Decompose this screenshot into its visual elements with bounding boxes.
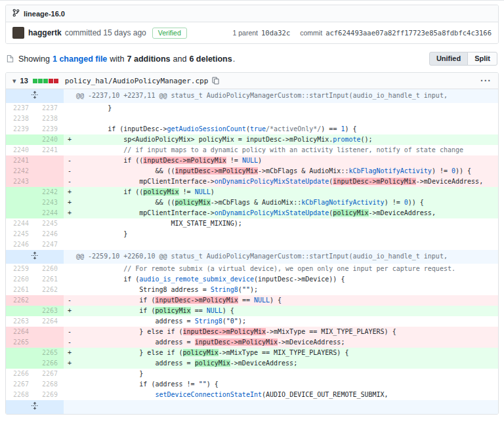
old-line-number[interactable]: 2262 bbox=[6, 295, 35, 306]
diff-line-row: 22402241 // if input maps to a dynamic p… bbox=[6, 145, 498, 155]
diff-marker: + bbox=[68, 197, 76, 208]
new-line-number[interactable] bbox=[35, 176, 64, 187]
code-line: - mpClientInterface->onDynamicPolicyMixS… bbox=[64, 176, 498, 187]
new-line-number[interactable]: 2245 bbox=[35, 218, 64, 229]
new-line-number[interactable]: 2268 bbox=[35, 379, 64, 390]
old-line-number[interactable]: 2261 bbox=[6, 285, 35, 295]
old-line-number[interactable] bbox=[6, 197, 35, 208]
diff-line-row: 22392239 if (inputDesc->getAudioSessionC… bbox=[6, 124, 498, 134]
old-line-number[interactable] bbox=[6, 306, 35, 316]
old-line-number[interactable]: 2263 bbox=[6, 316, 35, 327]
old-line-number[interactable]: 2240 bbox=[6, 145, 35, 155]
old-line-number[interactable] bbox=[6, 134, 35, 145]
commit-meta-row: haggertk committed 15 days ago Verified … bbox=[6, 22, 498, 43]
new-line-number[interactable]: 2260 bbox=[35, 264, 64, 274]
diff-line-row: 2265- address = inputDesc->mPolicyMix->m… bbox=[6, 337, 498, 348]
code-line: + && ((policyMix->mCbFlags & AudioMix::k… bbox=[64, 197, 498, 208]
code-line: } bbox=[64, 103, 498, 113]
new-line-number[interactable]: 2247 bbox=[35, 239, 64, 250]
commit-header-box: lineage-16.0 haggertk committed 15 days … bbox=[5, 5, 499, 44]
old-line-number[interactable]: 2267 bbox=[6, 379, 35, 390]
old-line-number[interactable]: 2266 bbox=[6, 369, 35, 379]
code-line: } bbox=[64, 369, 498, 379]
new-line-number[interactable] bbox=[35, 337, 64, 348]
diff-line-row: 22452246 } bbox=[6, 229, 498, 239]
old-line-number[interactable]: 2237 bbox=[6, 103, 35, 113]
new-line-number[interactable]: 2269 bbox=[35, 390, 64, 400]
old-line-number[interactable]: 2246 bbox=[6, 239, 35, 250]
new-line-number[interactable]: 2241 bbox=[35, 145, 64, 155]
old-line-number[interactable]: 2242 bbox=[6, 166, 35, 176]
old-line-number[interactable]: 2239 bbox=[6, 124, 35, 134]
diff-line-row: 22632264 address = String8("0"); bbox=[6, 316, 498, 327]
new-line-number[interactable]: 2242 bbox=[35, 187, 64, 197]
old-line-number[interactable]: 2243 bbox=[6, 176, 35, 187]
new-line-number[interactable]: 2265 bbox=[35, 348, 64, 358]
old-line-number[interactable]: 2241 bbox=[6, 155, 35, 166]
hunk-header-text: @@ -2237,10 +2237,11 @@ status_t AudioPo… bbox=[64, 89, 498, 103]
summary-period: . bbox=[233, 54, 235, 64]
branch-link[interactable]: lineage-16.0 bbox=[24, 10, 65, 18]
old-line-number[interactable]: 2244 bbox=[6, 218, 35, 229]
diff-marker bbox=[68, 218, 76, 229]
code-line: + if (policyMix == NULL) { bbox=[64, 306, 498, 316]
old-line-number[interactable]: 2259 bbox=[6, 264, 35, 274]
new-line-number[interactable]: 2244 bbox=[35, 208, 64, 218]
diff-marker bbox=[68, 145, 76, 155]
new-line-number[interactable]: 2266 bbox=[35, 358, 64, 369]
new-line-number[interactable]: 2264 bbox=[35, 316, 64, 327]
git-branch-icon bbox=[12, 9, 20, 18]
copy-path-icon[interactable] bbox=[212, 77, 219, 85]
unified-view-button[interactable]: Unified bbox=[429, 52, 468, 66]
file-path-link[interactable]: policy_hal/AudioPolicyManager.cpp bbox=[65, 77, 209, 85]
new-line-number[interactable]: 2246 bbox=[35, 229, 64, 239]
old-line-number[interactable]: 2264 bbox=[6, 327, 35, 337]
old-line-number[interactable]: 2260 bbox=[6, 274, 35, 285]
new-line-number[interactable]: 2267 bbox=[35, 369, 64, 379]
verified-badge[interactable]: Verified bbox=[152, 28, 187, 39]
parent-label: 1 parent bbox=[232, 29, 258, 37]
old-line-number[interactable] bbox=[6, 187, 35, 197]
deletions-count: 6 deletions bbox=[189, 54, 232, 64]
old-line-number[interactable]: 2265 bbox=[6, 337, 35, 348]
new-line-number[interactable]: 2261 bbox=[35, 274, 64, 285]
code-line bbox=[64, 113, 498, 124]
new-line-number[interactable]: 2243 bbox=[35, 197, 64, 208]
old-line-number[interactable]: 2245 bbox=[6, 229, 35, 239]
parent-sha-link[interactable]: 10da32c bbox=[261, 29, 290, 37]
commit-author-link[interactable]: haggertk bbox=[28, 28, 62, 37]
diff-line-row: 2266+ address = policyMix->mDeviceAddres… bbox=[6, 358, 498, 369]
old-line-number[interactable]: 2268 bbox=[6, 390, 35, 400]
old-line-number[interactable] bbox=[6, 348, 35, 358]
diffstat-square-add bbox=[33, 79, 37, 83]
avatar[interactable] bbox=[12, 27, 24, 39]
expand-hunk-button[interactable] bbox=[6, 400, 64, 414]
new-line-number[interactable]: 2240 bbox=[35, 134, 64, 145]
new-line-number[interactable] bbox=[35, 327, 64, 337]
expand-hunk-button[interactable] bbox=[6, 250, 64, 264]
code-line: - if (inputDesc->mPolicyMix == NULL) { bbox=[64, 295, 498, 306]
diff-marker: - bbox=[68, 295, 76, 306]
new-line-number[interactable]: 2238 bbox=[35, 113, 64, 124]
new-line-number[interactable]: 2263 bbox=[35, 306, 64, 316]
old-line-number[interactable]: 2238 bbox=[6, 113, 35, 124]
split-view-button[interactable]: Split bbox=[467, 52, 497, 66]
new-line-number[interactable] bbox=[35, 155, 64, 166]
new-line-number[interactable]: 2237 bbox=[35, 103, 64, 113]
old-line-number[interactable] bbox=[6, 358, 35, 369]
new-line-number[interactable]: 2239 bbox=[35, 124, 64, 134]
diffstat-square-del bbox=[49, 79, 53, 83]
new-line-number[interactable] bbox=[35, 166, 64, 176]
diff-summary-bar: Showing 1 changed file with 7 additions … bbox=[5, 52, 499, 66]
new-line-number[interactable]: 2262 bbox=[35, 285, 64, 295]
diff-marker bbox=[68, 229, 76, 239]
diff-line-row: 22372237 } bbox=[6, 103, 498, 113]
new-line-number[interactable] bbox=[35, 295, 64, 306]
old-line-number[interactable] bbox=[6, 208, 35, 218]
code-line: MIX_STATE_MIXING); bbox=[64, 218, 498, 229]
kebab-menu-icon[interactable]: ··· bbox=[480, 76, 492, 85]
chevron-down-icon[interactable]: ▾ bbox=[12, 77, 16, 85]
changed-files-link[interactable]: 1 changed file bbox=[52, 54, 107, 64]
code-line: String8 address = String8(""); bbox=[64, 285, 498, 295]
expand-hunk-button[interactable] bbox=[6, 89, 64, 103]
